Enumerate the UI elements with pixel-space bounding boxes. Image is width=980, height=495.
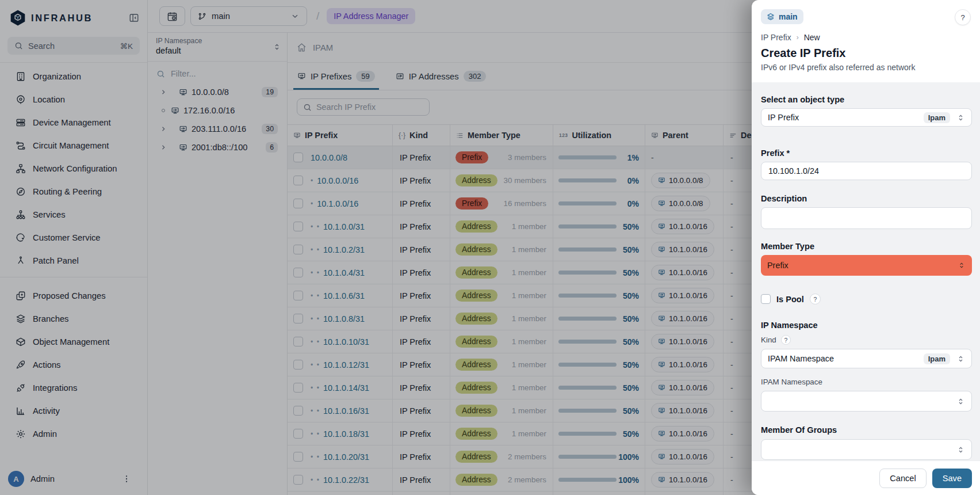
object-type-select[interactable]: IP Prefix Ipam — [761, 108, 972, 127]
breadcrumb-ip-prefix[interactable]: IP Prefix — [761, 33, 791, 42]
prefix-input[interactable] — [761, 162, 972, 180]
chevrons-up-down-icon — [956, 113, 965, 122]
ip-namespace-heading: IP Namespace — [761, 321, 972, 330]
ipam-namespace-select[interactable] — [761, 391, 972, 412]
object-type-label: Select an object type — [761, 95, 972, 104]
save-button[interactable]: Save — [932, 469, 972, 488]
drawer-breadcrumb: IP Prefix › New — [761, 33, 971, 42]
member-of-groups-label: Member Of Groups — [761, 425, 972, 435]
create-ip-prefix-drawer: main ? IP Prefix › New Create IP Prefix … — [752, 0, 980, 495]
chevrons-up-down-icon — [958, 261, 966, 269]
description-field-label: Description — [761, 194, 972, 203]
help-button[interactable]: ? — [955, 9, 971, 25]
kind-help-button[interactable]: ? — [781, 335, 791, 345]
member-of-groups-select[interactable] — [761, 439, 972, 460]
drawer-subtitle: IPv6 or IPv4 prefix also referred as net… — [761, 63, 971, 72]
is-pool-label: Is Pool — [776, 295, 804, 304]
chevrons-up-down-icon — [956, 355, 965, 363]
is-pool-checkbox[interactable] — [761, 294, 771, 304]
drawer-form: Select an object type IP Prefix Ipam Pre… — [752, 82, 980, 460]
kind-select[interactable]: IPAM Namespace Ipam — [761, 349, 972, 368]
layers-icon — [767, 13, 775, 21]
description-input[interactable] — [761, 207, 972, 229]
app-screen: INFRAHUB Search ⌘K Organization Location… — [0, 0, 980, 495]
kind-label: Kind — [761, 336, 776, 344]
chevrons-up-down-icon — [956, 446, 965, 454]
cancel-button[interactable]: Cancel — [879, 469, 926, 488]
chevrons-up-down-icon — [956, 397, 965, 406]
member-type-label: Member Type — [761, 242, 972, 251]
chevron-right-icon: › — [797, 33, 799, 41]
breadcrumb-new: New — [804, 33, 820, 42]
member-type-select[interactable]: Prefix — [761, 255, 972, 276]
drawer-footer: Cancel Save — [752, 460, 980, 495]
drawer-title: Create IP Prefix — [761, 47, 971, 60]
ipam-badge: Ipam — [924, 112, 950, 123]
branch-badge: main — [761, 9, 803, 24]
ipam-badge: Ipam — [924, 353, 950, 364]
is-pool-help-button[interactable]: ? — [810, 294, 821, 304]
prefix-field-label: Prefix * — [761, 148, 972, 158]
ipam-namespace-label: IPAM Namespace — [761, 378, 972, 386]
